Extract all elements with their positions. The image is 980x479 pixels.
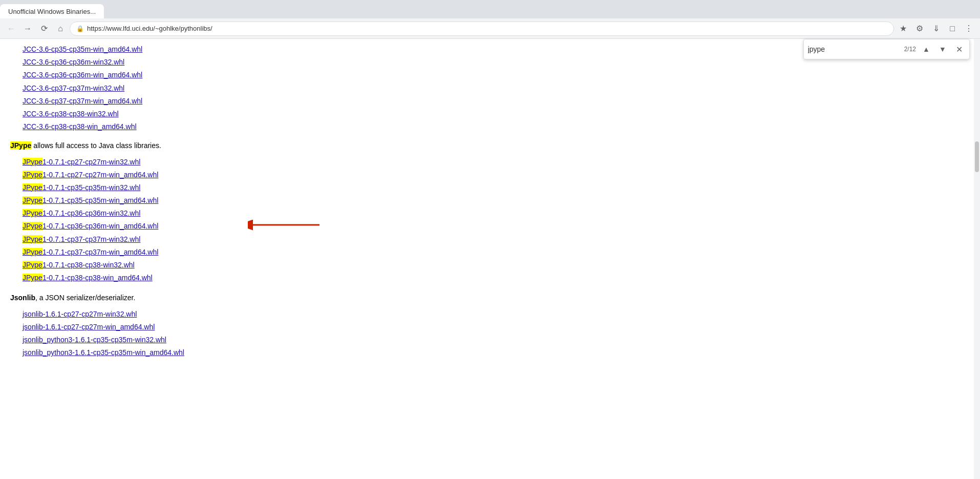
- jcc-links-section: JCC-3.6-cp35-cp35m-win_amd64.whl JCC-3.6…: [23, 43, 451, 133]
- jpype-description: allows full access to Java class librari…: [31, 141, 161, 150]
- find-input[interactable]: [808, 45, 900, 53]
- back-button[interactable]: ←: [4, 22, 18, 36]
- menu-button[interactable]: ⋮: [962, 22, 976, 36]
- jpype-links-section: JPype1-0.7.1-cp27-cp27m-win32.whl JPype1…: [23, 156, 451, 285]
- reload-button[interactable]: ⟳: [37, 22, 51, 36]
- list-item[interactable]: JCC-3.6-cp37-cp37m-win_amd64.whl: [23, 95, 451, 108]
- active-tab[interactable]: Unofficial Windows Binaries...: [0, 4, 104, 18]
- extensions-button[interactable]: ⚙: [912, 22, 927, 36]
- zoom-button[interactable]: □: [945, 22, 960, 36]
- find-close-button[interactable]: ✕: [953, 43, 965, 55]
- list-item[interactable]: JPype1-0.7.1-cp36-cp36m-win_amd64.whl: [23, 220, 158, 233]
- jpype-link-highlight: JPype: [23, 235, 42, 243]
- list-item[interactable]: JPype1-0.7.1-cp27-cp27m-win32.whl: [23, 156, 451, 169]
- jsonlib-section-header: Jsonlib, a JSON serializer/deserializer.: [10, 291, 451, 304]
- list-item[interactable]: jsonlib-1.6.1-cp27-cp27m-win32.whl: [23, 308, 451, 321]
- jpype-link-highlight: JPype: [23, 248, 42, 256]
- list-item[interactable]: JPype1-0.7.1-cp37-cp37m-win_amd64.whl: [23, 246, 451, 259]
- home-button[interactable]: ⌂: [53, 22, 68, 36]
- jpype-link-highlight: JPype: [23, 209, 42, 217]
- list-item[interactable]: JPype1-0.7.1-cp35-cp35m-win_amd64.whl: [23, 194, 451, 207]
- list-item[interactable]: JCC-3.6-cp38-cp38-win32.whl: [23, 108, 451, 120]
- find-next-button[interactable]: ▼: [936, 43, 949, 55]
- scrollbar-thumb[interactable]: [975, 141, 979, 172]
- scrollbar-track: [974, 39, 980, 479]
- lock-icon: 🔒: [76, 25, 84, 32]
- list-item[interactable]: JCC-3.6-cp36-cp36m-win32.whl: [23, 56, 451, 69]
- list-item[interactable]: JPype1-0.7.1-cp36-cp36m-win32.whl: [23, 207, 451, 220]
- list-item[interactable]: jsonlib_python3-1.6.1-cp35-cp35m-win32.w…: [23, 334, 451, 346]
- list-item[interactable]: JPype1-0.7.1-cp35-cp35m-win32.whl: [23, 181, 451, 194]
- list-item[interactable]: jsonlib-1.6.1-cp27-cp27m-win_amd64.whl: [23, 321, 451, 334]
- find-prev-button[interactable]: ▲: [920, 43, 932, 55]
- jpype-link-highlight: JPype: [23, 183, 42, 192]
- find-count: 2/12: [904, 46, 916, 53]
- find-bar: 2/12 ▲ ▼ ✕: [803, 39, 970, 59]
- url-text: https://www.lfd.uci.edu/~gohlke/pythonli…: [87, 25, 212, 32]
- jsonlib-description: , a JSON serializer/deserializer.: [35, 294, 135, 302]
- arrowed-item-container: JPype1-0.7.1-cp36-cp36m-win_amd64.whl: [23, 220, 451, 233]
- list-item[interactable]: JPype1-0.7.1-cp37-cp37m-win32.whl: [23, 233, 451, 246]
- jpype-section-header: JPype allows full access to Java class l…: [10, 139, 451, 152]
- list-item[interactable]: JPype1-0.7.1-cp27-cp27m-win_amd64.whl: [23, 169, 451, 181]
- jpype-link-highlight: JPype: [23, 171, 42, 179]
- page-content: JCC-3.6-cp35-cp35m-win_amd64.whl JCC-3.6…: [0, 39, 980, 479]
- jpype-link-highlight: JPype: [23, 222, 42, 230]
- tab-bar: Unofficial Windows Binaries...: [0, 0, 980, 18]
- list-item[interactable]: JPype1-0.7.1-cp38-cp38-win_amd64.whl: [23, 272, 451, 284]
- list-item[interactable]: JCC-3.6-cp35-cp35m-win_amd64.whl: [23, 43, 451, 56]
- content-area: JCC-3.6-cp35-cp35m-win_amd64.whl JCC-3.6…: [0, 39, 461, 363]
- jpype-link-highlight: JPype: [23, 261, 42, 269]
- forward-button[interactable]: →: [20, 22, 35, 36]
- jpype-highlight: JPype: [10, 141, 31, 150]
- jpype-link-highlight: JPype: [23, 158, 42, 166]
- jpype-link-highlight: JPype: [23, 274, 42, 282]
- list-item[interactable]: JPype1-0.7.1-cp38-cp38-win32.whl: [23, 259, 451, 272]
- list-item[interactable]: JCC-3.6-cp38-cp38-win_amd64.whl: [23, 120, 451, 133]
- toolbar: ← → ⟳ ⌂ 🔒 https://www.lfd.uci.edu/~gohlk…: [0, 18, 980, 39]
- jsonlib-links-section: jsonlib-1.6.1-cp27-cp27m-win32.whl jsonl…: [23, 308, 451, 360]
- jpype-link-highlight: JPype: [23, 196, 42, 204]
- browser-chrome: Unofficial Windows Binaries... ← → ⟳ ⌂ 🔒…: [0, 0, 980, 39]
- bookmark-button[interactable]: ★: [896, 22, 910, 36]
- list-item[interactable]: jsonlib_python3-1.6.1-cp35-cp35m-win_amd…: [23, 346, 451, 359]
- tab-title: Unofficial Windows Binaries...: [8, 8, 96, 15]
- list-item[interactable]: JCC-3.6-cp36-cp36m-win_amd64.whl: [23, 69, 451, 81]
- address-bar[interactable]: 🔒 https://www.lfd.uci.edu/~gohlke/python…: [70, 22, 894, 36]
- jsonlib-title: Jsonlib: [10, 294, 35, 302]
- download-button[interactable]: ⇓: [929, 22, 943, 36]
- list-item[interactable]: JCC-3.6-cp37-cp37m-win32.whl: [23, 82, 451, 95]
